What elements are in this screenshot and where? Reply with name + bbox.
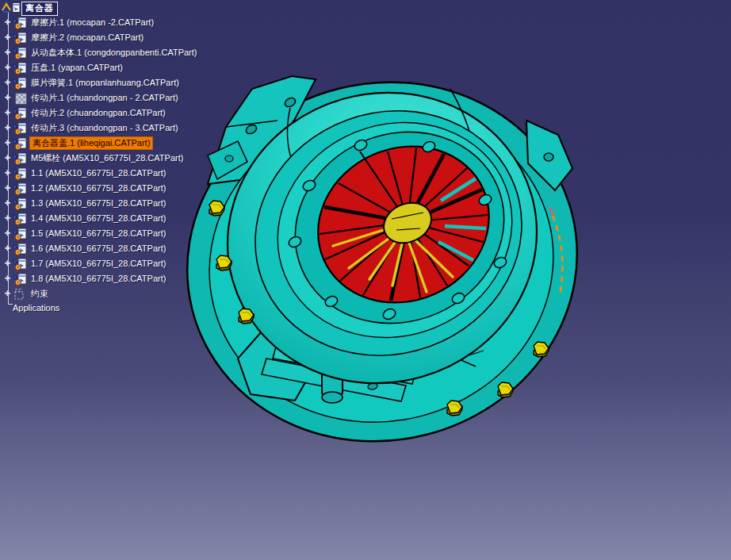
tree-node-15[interactable]: ✚1.5 (AM5X10_66775I_28.CATPart) [2,226,200,241]
tree-node-6[interactable]: ✚传动片.1 (chuandongpan - 2.CATPart) [2,90,200,105]
part-icon [13,122,29,135]
tree-node-label[interactable]: 1.7 (AM5X10_66775I_28.CATPart) [29,259,168,269]
part-icon [13,152,29,165]
tree-items: ✚摩擦片.1 (mocapan -2.CATPart)✚摩擦片.2 (mocap… [2,15,200,301]
tree-node-2[interactable]: ✚摩擦片.2 (mocapan.CATPart) [2,30,200,45]
tree-node-label[interactable]: 1.3 (AM5X10_66775I_28.CATPart) [29,198,168,209]
part-icon [13,32,29,44]
part-icon [13,17,29,29]
tree-node-16[interactable]: ✚1.6 (AM5X10_66775I_28.CATPart) [2,241,200,256]
tree-node-label[interactable]: 1.5 (AM5X10_66775I_28.CATPart) [29,228,168,239]
tree-node-12[interactable]: ✚1.2 (AM5X10_66775I_28.CATPart) [2,181,200,196]
tree-node-label[interactable]: 1.1 (AM5X10_66775I_28.CATPart) [29,168,168,178]
tree-node-7[interactable]: ✚传动片.2 (chuandongpan.CATPart) [2,105,200,121]
tree-node-13[interactable]: ✚1.3 (AM5X10_66775I_28.CATPart) [2,196,200,211]
tree-node-label[interactable]: 膜片弹簧.1 (mopanlanhuang.CATPart) [29,77,182,90]
part-icon [13,243,29,255]
part-icon [13,273,29,286]
tree-node-label[interactable]: 从动盘本体.1 (congdongpanbenti.CATPart) [29,47,200,59]
applications-label[interactable]: Applications [13,303,59,313]
tree-node-label[interactable]: 1.4 (AM5X10_66775I_28.CATPart) [29,213,168,224]
part-icon [13,258,29,270]
tree-node-label[interactable]: 传动片.3 (chuandongpan - 3.CATPart) [29,122,181,135]
tree-node-4[interactable]: ✚压盘.1 (yapan.CATPart) [2,60,200,75]
tree-node-1[interactable]: ✚摩擦片.1 (mocapan -2.CATPart) [2,15,200,30]
part-icon [13,228,29,240]
tree-node-label[interactable]: 传动片.1 (chuandongpan - 2.CATPart) [29,92,181,105]
tree-node-applications[interactable]: Applications [2,301,200,314]
tree-trunk-line [8,13,9,304]
tree-node-18[interactable]: ✚1.8 (AM5X10_66775I_28.CATPart) [2,271,200,286]
tree-node-14[interactable]: ✚1.4 (AM5X10_66775I_28.CATPart) [2,211,200,226]
root-node-label[interactable]: 离合器 [21,2,58,16]
part-icon [13,213,29,225]
tree-node-label[interactable]: 摩擦片.2 (mocapan.CATPart) [29,32,146,44]
tree-node-3[interactable]: ✚从动盘本体.1 (congdongpanbenti.CATPart) [2,45,200,60]
tree-node-label[interactable]: 1.8 (AM5X10_66775I_28.CATPart) [29,274,168,284]
tree-node-5[interactable]: ✚膜片弹簧.1 (mopanlanhuang.CATPart) [2,75,200,90]
tree-node-19[interactable]: ✚约束 [2,286,200,301]
tree-node-17[interactable]: ✚1.7 (AM5X10_66775I_28.CATPart) [2,256,200,271]
part-icon [13,137,29,150]
tree-node-label[interactable]: M5螺栓 (AM5X10_66775I_28.CATPart) [29,152,186,165]
tree-trunk-corner [8,304,13,305]
tree-node-label[interactable]: 约束 [29,288,51,301]
tree-node-label[interactable]: 离合器盖.1 (liheqigai.CATPart) [29,136,153,150]
tree-node-label[interactable]: 传动片.2 (chuandongpan.CATPart) [29,107,168,120]
part-icon [13,167,29,180]
tree-node-label[interactable]: 1.2 (AM5X10_66775I_28.CATPart) [29,183,168,194]
tree-node-11[interactable]: ✚1.1 (AM5X10_66775I_28.CATPart) [2,166,200,181]
tree-node-label[interactable]: 摩擦片.1 (mocapan -2.CATPart) [29,17,156,29]
part-icon [13,182,29,195]
tree-node-label[interactable]: 压盘.1 (yapan.CATPart) [29,62,125,75]
part-icon [13,198,29,210]
tree-node-8[interactable]: ✚传动片.3 (chuandongpan - 3.CATPart) [2,121,200,136]
assembly-axes-icon [2,2,11,14]
tree-node-label[interactable]: 1.6 (AM5X10_66775I_28.CATPart) [29,244,168,254]
part-icon [13,62,29,75]
specification-tree[interactable]: 离合器 ✚摩擦片.1 (mocapan -2.CATPart)✚摩擦片.2 (m… [2,2,200,314]
constraints-icon [13,288,29,301]
part-icon [13,107,29,120]
tree-node-9[interactable]: ✚离合器盖.1 (liheqigai.CATPart) [2,136,200,151]
part-icon [13,47,29,59]
part-hidden-icon [13,92,29,105]
product-document-icon [12,2,21,14]
tree-node-10[interactable]: ✚M5螺栓 (AM5X10_66775I_28.CATPart) [2,151,200,166]
tree-root-node[interactable]: 离合器 [2,2,200,15]
part-icon [13,77,29,90]
